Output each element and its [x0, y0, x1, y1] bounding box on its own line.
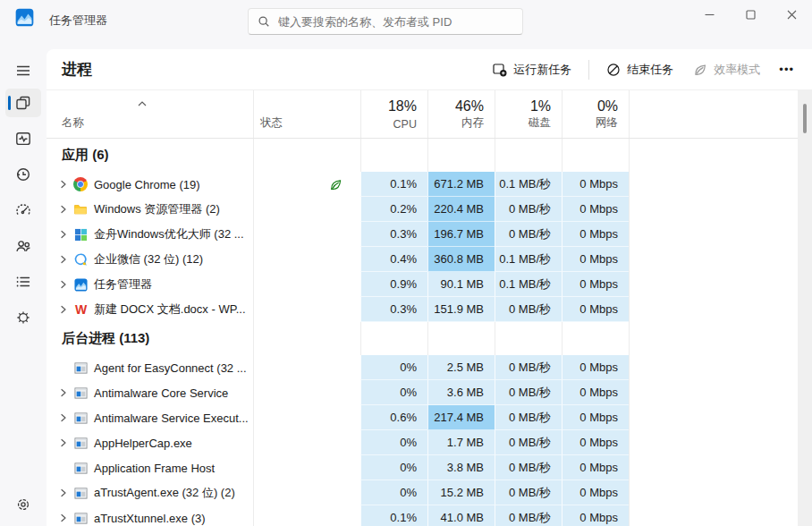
process-row[interactable]: Application Frame Host0%3.8 MB0 MB/秒0 Mb… — [47, 455, 812, 480]
minimize-button[interactable] — [689, 0, 730, 29]
end-task-icon — [606, 63, 621, 77]
taskmgr-app-icon — [73, 277, 88, 292]
row-filler — [629, 355, 812, 380]
expand-chevron-icon[interactable] — [58, 513, 72, 523]
disk-value-cell: 0 MB/秒 — [495, 222, 562, 247]
process-name-cell[interactable]: 金舟Windows优化大师 (32 ... — [47, 222, 253, 247]
expand-chevron-icon[interactable] — [58, 387, 72, 398]
efficiency-mode-button[interactable]: 效率模式 — [685, 56, 768, 83]
column-header-cpu[interactable]: CPU — [360, 118, 417, 131]
row-filler — [629, 197, 812, 222]
network-value-cell: 0 Mbps — [562, 430, 629, 455]
row-filler — [629, 480, 812, 505]
status-cell — [253, 172, 360, 197]
process-row[interactable]: AppHelperCap.exe0%1.7 MB0 MB/秒0 Mbps — [47, 430, 812, 455]
process-row[interactable]: Google Chrome (19)0.1%671.2 MB0.1 MB/秒0 … — [47, 172, 812, 197]
network-value-cell: 0 Mbps — [562, 297, 629, 322]
hamburger-menu-button[interactable] — [5, 56, 41, 85]
selected-indicator — [8, 96, 11, 110]
sidebar-item-processes[interactable] — [5, 89, 41, 117]
process-name-cell[interactable]: aTrustAgent.exe (32 位) (2) — [47, 480, 253, 505]
process-row[interactable]: aTrustAgent.exe (32 位) (2)0%15.2 MB0 MB/… — [47, 480, 812, 505]
disk-value-cell: 0.1 MB/秒 — [495, 272, 562, 297]
process-row[interactable]: aTrustXtunnel.exe (3)0.1%41.0 MB0 MB/秒0 … — [47, 505, 812, 526]
cpu-value-cell: 0% — [360, 380, 427, 405]
process-name-cell[interactable]: Agent for EasyConnect (32 ... — [47, 355, 253, 380]
column-divider[interactable] — [253, 90, 254, 138]
expand-chevron-icon[interactable] — [58, 204, 72, 215]
process-name-cell[interactable]: Antimalware Core Service — [47, 380, 253, 405]
sidebar-item-settings[interactable] — [5, 490, 41, 519]
section-header[interactable]: 后台进程 (113) — [47, 322, 812, 355]
expand-chevron-icon[interactable] — [58, 412, 72, 423]
column-divider[interactable] — [629, 90, 630, 138]
process-name-cell[interactable]: Windows 资源管理器 (2) — [47, 197, 253, 222]
sort-ascending-icon[interactable] — [137, 95, 148, 111]
exe-app-icon — [73, 386, 88, 400]
expand-chevron-icon[interactable] — [58, 229, 72, 240]
column-header-network[interactable]: 网络 — [562, 115, 618, 131]
section-title: 应用 (6) — [62, 147, 109, 164]
process-name-cell[interactable]: AppHelperCap.exe — [47, 430, 253, 455]
sidebar-item-performance[interactable] — [5, 124, 41, 153]
run-new-task-icon — [492, 62, 507, 77]
process-name-cell[interactable]: Antimalware Service Execut... — [47, 405, 253, 430]
cpu-value-cell: 0.1% — [360, 505, 427, 526]
process-row[interactable]: 企业微信 (32 位) (12)0.4%360.8 MB0.1 MB/秒0 Mb… — [47, 247, 812, 272]
disk-total: 1% — [495, 98, 551, 115]
status-cell — [253, 380, 360, 405]
process-name-cell[interactable]: 任务管理器 — [47, 272, 253, 297]
close-button[interactable] — [771, 0, 812, 29]
process-row[interactable]: 任务管理器0.9%90.1 MB0.1 MB/秒0 Mbps — [47, 272, 812, 297]
search-input[interactable] — [278, 15, 513, 29]
process-name-cell[interactable]: Google Chrome (19) — [47, 172, 253, 197]
process-row[interactable]: Antimalware Service Execut...0.6%217.4 M… — [47, 405, 812, 430]
cpu-value-cell: 0% — [360, 480, 427, 505]
run-new-task-button[interactable]: 运行新任务 — [484, 56, 579, 83]
expand-chevron-icon[interactable] — [58, 488, 72, 498]
status-cell — [253, 405, 360, 430]
process-row[interactable]: Agent for EasyConnect (32 ...0%2.5 MB0 M… — [47, 355, 812, 380]
sidebar-item-details[interactable] — [5, 267, 41, 296]
process-row[interactable]: 金舟Windows优化大师 (32 ...0.3%196.7 MB0 MB/秒0… — [47, 222, 812, 247]
column-header-disk[interactable]: 磁盘 — [495, 115, 551, 131]
process-row[interactable]: Windows 资源管理器 (2)0.2%220.4 MB0 MB/秒0 Mbp… — [47, 197, 812, 222]
column-header-memory[interactable]: 内存 — [427, 115, 484, 131]
row-filler — [629, 172, 812, 197]
expand-chevron-icon[interactable] — [58, 179, 72, 190]
section-title: 后台进程 (113) — [62, 330, 149, 347]
expand-chevron-icon[interactable] — [58, 279, 72, 290]
process-name-cell[interactable]: Application Frame Host — [47, 455, 253, 480]
sidebar-item-startup-apps[interactable] — [5, 196, 41, 225]
performance-icon — [14, 130, 32, 148]
network-value-cell: 0 Mbps — [562, 272, 629, 297]
column-header-name[interactable]: 名称 — [62, 115, 84, 131]
sidebar-item-users[interactable] — [5, 232, 41, 260]
column-header-status[interactable]: 状态 — [260, 115, 283, 131]
maximize-button[interactable] — [730, 0, 771, 29]
exe-app-icon — [73, 361, 88, 375]
process-row[interactable]: Antimalware Core Service0%3.6 MB0 MB/秒0 … — [47, 380, 812, 405]
expand-chevron-icon[interactable] — [58, 254, 72, 265]
process-name-cell[interactable]: W新建 DOCX 文档.docx - WP... — [47, 297, 253, 322]
process-name: 企业微信 (32 位) (12) — [94, 251, 203, 267]
expand-chevron-icon[interactable] — [58, 437, 72, 448]
process-name: Windows 资源管理器 (2) — [94, 201, 220, 217]
scrollbar-thumb[interactable] — [803, 104, 807, 133]
end-task-button[interactable]: 结束任务 — [598, 56, 681, 83]
expand-chevron-icon[interactable] — [58, 304, 72, 315]
more-options-button[interactable]: ••• — [772, 57, 801, 81]
sidebar-item-services[interactable] — [5, 303, 41, 332]
search-box[interactable] — [248, 8, 523, 35]
network-value-cell: 0 Mbps — [562, 455, 629, 480]
startup-apps-icon — [14, 201, 32, 219]
process-name-cell[interactable]: 企业微信 (32 位) (12) — [47, 247, 253, 272]
sidebar-item-app-history[interactable] — [5, 160, 41, 189]
process-row[interactable]: W新建 DOCX 文档.docx - WP...0.3%151.9 MB0 MB… — [47, 297, 812, 322]
section-header[interactable]: 应用 (6) — [47, 139, 812, 172]
network-value-cell: 0 Mbps — [562, 247, 629, 272]
row-filler — [629, 247, 812, 272]
memory-value-cell: 671.2 MB — [427, 172, 495, 197]
folder-app-icon — [73, 202, 88, 216]
process-name-cell[interactable]: aTrustXtunnel.exe (3) — [47, 505, 253, 526]
